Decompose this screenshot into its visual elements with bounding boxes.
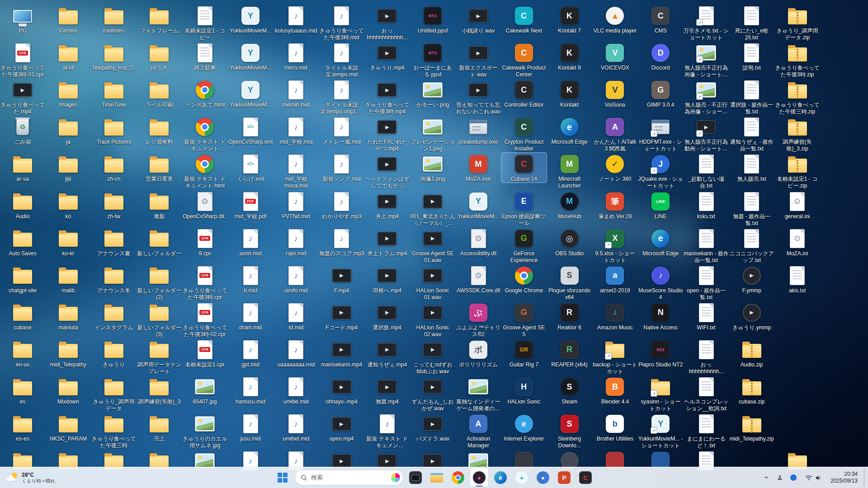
desktop-icon[interactable]: ラベル印刷 [137, 79, 182, 108]
desktop-icon[interactable]: jijii [46, 153, 91, 183]
tray-blue-app-button[interactable] [787, 469, 800, 487]
weather-widget[interactable]: 28°C くもり時々晴れ [2, 469, 60, 487]
desktop-icon[interactable]: 孤独なインディーゲーム開発者の一生... [456, 375, 501, 412]
desktop-icon[interactable]: CPRきゅうり食べってた午後3時-01.cpr [0, 42, 45, 78]
desktop-icon[interactable]: ▶井上.mp4 [364, 190, 410, 220]
desktop-icon[interactable]: ▶きゅうり食べってた.mp4 [0, 79, 45, 115]
desktop-icon[interactable]: bBrother Utilities [592, 413, 637, 442]
desktop-icon[interactable]: ♪b.mid [228, 264, 273, 294]
search-input[interactable]: 検索 [295, 470, 403, 485]
desktop-icon[interactable]: CPRきゅうり食べってた午後3時.cpr [182, 264, 227, 301]
desktop-icon[interactable]: ヘルスコンプレッション__歌詞.txt [684, 375, 729, 412]
desktop-icon[interactable]: ▶無題.mp4 [364, 375, 410, 405]
desktop-icon[interactable]: zh-cn [91, 153, 137, 183]
desktop-icon[interactable]: RReaktor 6 [547, 301, 592, 331]
clock[interactable]: 20:34 2025/09/13 [828, 469, 862, 487]
taskbar-app-powerpoint[interactable]: P [555, 469, 573, 487]
taskbar-app-display-app[interactable] [406, 469, 425, 487]
desktop-icon[interactable]: eInternet Explorer [501, 413, 547, 442]
desktop-icon[interactable]: ko-kr [46, 227, 91, 257]
desktop-icon[interactable]: es [0, 375, 45, 405]
desktop-icon[interactable]: ▶きゅうり.mp4 [364, 42, 410, 71]
desktop-icon[interactable]: ニコニコバックアップ.txt [729, 227, 774, 264]
desktop-icon[interactable]: ♪わかりやす.mp3 [319, 190, 364, 220]
desktop-icon[interactable]: ▶ohhayo-.mp4 [319, 375, 364, 405]
desktop-icon[interactable]: NT2Untitled.ppsf [410, 5, 455, 34]
desktop-icon[interactable]: midi_Telepathy [46, 338, 91, 368]
desktop-icon[interactable]: ♪dram.mid [228, 301, 273, 331]
desktop-icon[interactable]: CCrypton Product Installer [501, 116, 547, 152]
desktop-icon[interactable]: ▶F.ymmp [729, 264, 774, 294]
taskbar-app-cubase[interactable]: C [576, 469, 594, 487]
desktop-icon[interactable]: ▶小銭諸り.wav [456, 5, 501, 34]
desktop-icon[interactable]: ♪umibet.mid [274, 413, 319, 442]
desktop-icon[interactable]: KKontakt 7 [547, 5, 592, 34]
desktop-icon[interactable]: Audio.zip [729, 338, 774, 368]
desktop-icon[interactable]: ♪新規 テキスト ドキュメント.musicxml [364, 413, 410, 449]
taskbar-app-google-chrome[interactable] [449, 469, 467, 487]
desktop-icon[interactable]: BBlender 4.4 [592, 375, 637, 405]
desktop-icon[interactable]: ♪タイトル未設定.tempo.orig1.mid [319, 79, 364, 115]
desktop-icon[interactable]: ♪Amazon Music [592, 301, 637, 331]
desktop-icon[interactable]: 通知うぜぇ - 親作品一覧.txt [729, 116, 774, 152]
desktop-icon[interactable]: ▶ずんだもん_しおかぜ.wav [410, 375, 455, 412]
desktop-icon[interactable]: ▶F.mp4 [319, 264, 364, 294]
desktop-icon[interactable]: HHALion Sonic [501, 375, 547, 405]
taskbar-app-microsoft-edge[interactable]: e [491, 469, 509, 487]
desktop-icon[interactable]: ja [46, 116, 91, 145]
desktop-icon[interactable]: ⚙OpenCvSharp.dll... [182, 190, 227, 227]
desktop-icon[interactable]: ⚙AWSSDK.Core.dll [456, 264, 501, 294]
desktop-icon[interactable]: SSteinberg Downlo... [547, 413, 592, 449]
desktop-icon[interactable]: ♪aorin.mid [228, 227, 273, 257]
desktop-icon[interactable]: レジ袋有料 [137, 116, 182, 145]
desktop-icon[interactable]: ↗HDDFMT.exe - ショートカット [638, 116, 683, 152]
desktop-icon[interactable]: ▶選択肢.mp4 [364, 301, 410, 331]
desktop-icon[interactable]: ⚙general.ini [775, 190, 820, 220]
desktop-icon[interactable]: Audio [0, 190, 45, 220]
desktop-icon[interactable]: CCakewalk Next [501, 5, 547, 34]
desktop-icon[interactable]: ↗無人販売 - 不正行為画像 - ショートカット [684, 79, 729, 115]
desktop-icon[interactable]: ♪hamusu.mid [228, 375, 273, 405]
desktop-icon[interactable]: CCakewalk Product Center [501, 42, 547, 78]
desktop-icon[interactable]: Telepathy_Inst_2... [91, 42, 137, 78]
desktop-icon[interactable]: CCubase 14 [501, 153, 547, 183]
desktop-icon[interactable]: ▶答え知ってても忘れないわこれ.wav [456, 79, 501, 115]
desktop-icon[interactable]: ♪PVTNd.mid [274, 190, 319, 220]
desktop-icon[interactable]: きゅうりのカエル用サムネ.jpg [182, 413, 227, 449]
desktop-icon[interactable]: ▶manisekarin.mp4 [319, 338, 364, 368]
desktop-icon[interactable]: MMinecraft Launcher [547, 153, 592, 189]
desktop-icon[interactable]: NNative Access [638, 301, 683, 331]
desktop-icon[interactable]: ▶通知うぜぇ.mp4 [364, 338, 410, 368]
desktop-icon[interactable]: ▶おっhhhhhhhhhhhh... [364, 5, 410, 41]
desktop-icon[interactable]: TimeTune [91, 79, 137, 108]
desktop-icon[interactable]: ksks.txt [684, 190, 729, 220]
desktop-icon[interactable]: SSteam [547, 375, 592, 405]
desktop-icon[interactable]: Y↗YukkuriMovieM... - ショートカット [638, 413, 683, 449]
desktop-icon[interactable]: KKontakt 8 [547, 42, 592, 71]
desktop-icon[interactable]: 名称未設定1 - コピー.zip [775, 153, 820, 189]
desktop-icon[interactable]: ♪新規ソング.mid [319, 153, 364, 183]
desktop-icon[interactable]: ▲VLC media player [592, 5, 637, 34]
desktop-icon[interactable]: プレゼンテーション1.png [410, 116, 455, 152]
desktop-icon[interactable]: 説明.txt [729, 42, 774, 71]
desktop-icon[interactable]: ⚙Accessibility.dll [456, 227, 501, 257]
desktop-icon[interactable]: ▶こってむndずおfdsbぶお.wav [410, 338, 455, 375]
desktop-icon[interactable]: Mixdown [46, 375, 91, 405]
desktop-icon[interactable]: en-us [0, 338, 45, 368]
network-volume-button[interactable] [801, 469, 827, 487]
desktop-icon[interactable]: きゅうり食べってた午後三時 [91, 413, 137, 449]
desktop-icon[interactable]: es-es [0, 413, 45, 442]
desktop-icon[interactable]: CCMS [638, 5, 683, 34]
desktop-icon[interactable]: ar-sa [0, 153, 45, 183]
desktop-icon[interactable]: ◎OBS Studio [547, 227, 592, 257]
desktop-icon[interactable]: akis.txt [775, 264, 820, 294]
desktop-icon[interactable]: MMuseHub [547, 190, 592, 220]
desktop-icon[interactable]: ▶HALion Sonic 02.wav [410, 301, 455, 338]
desktop-icon[interactable]: cubase [0, 301, 45, 331]
desktop-icon[interactable]: ▶open.mp4 [319, 413, 364, 442]
desktop-icon[interactable]: eMicrosoft Edge [638, 227, 683, 257]
desktop-icon[interactable]: おっhhhhhhhhhh... [684, 338, 729, 375]
desktop-icon[interactable]: 営業日変更 [137, 153, 182, 183]
desktop-icon[interactable]: 新しいフォルダー (2) [137, 264, 182, 301]
desktop-icon[interactable]: YYukkuriMovieM... [228, 79, 273, 108]
